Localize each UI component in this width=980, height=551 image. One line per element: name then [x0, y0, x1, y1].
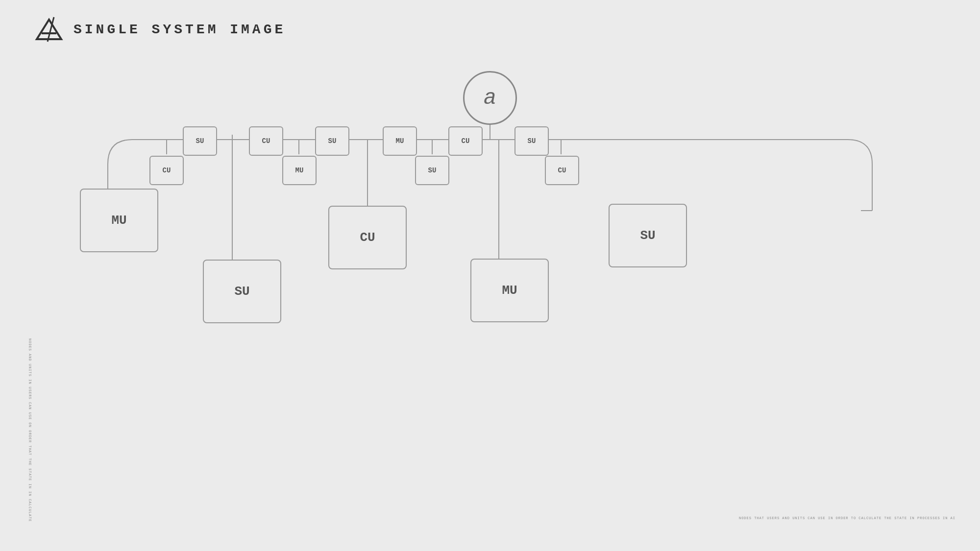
- node-label: CU: [462, 137, 470, 145]
- node-cu-right: CU: [448, 126, 483, 156]
- node-su-right2: SU: [415, 156, 449, 185]
- node-cu-center: CU: [328, 206, 407, 269]
- node-su-center-left: SU: [315, 126, 349, 156]
- logo: [24, 15, 64, 44]
- node-label: CU: [262, 137, 270, 145]
- node-label: CU: [360, 230, 375, 245]
- node-label: SU: [528, 137, 536, 145]
- node-label: SU: [428, 167, 437, 174]
- node-label: CU: [558, 167, 566, 174]
- root-node: a: [463, 71, 517, 125]
- node-cu-far-right: CU: [545, 156, 579, 185]
- node-label: MU: [295, 167, 304, 174]
- node-mu-left: MU: [80, 189, 158, 252]
- node-label: MU: [502, 283, 517, 298]
- node-label: SU: [234, 284, 249, 299]
- node-cu-left2: CU: [149, 156, 184, 185]
- node-label: SU: [640, 228, 655, 243]
- node-mu-right-sm: MU: [383, 126, 417, 156]
- node-label: SU: [328, 137, 337, 145]
- annotation-right: NODES THAT USERS AND UNITS CAN USE IN OR…: [739, 515, 956, 522]
- header: SINGLE SYSTEM IMAGE: [24, 15, 286, 44]
- node-label: MU: [396, 137, 404, 145]
- node-mu-bottom-right: MU: [470, 259, 549, 322]
- node-su-right-lg: SU: [609, 204, 687, 267]
- node-su-bottom-left: SU: [203, 260, 281, 323]
- node-cu-mid-left: CU: [249, 126, 283, 156]
- node-label: CU: [163, 167, 171, 174]
- page-title: SINGLE SYSTEM IMAGE: [74, 22, 286, 37]
- root-label: a: [484, 86, 496, 110]
- node-label: MU: [111, 213, 126, 228]
- annotation-left: NODES AND UNITS IN USERS CAN USE ON ORDE…: [27, 338, 32, 522]
- node-label: SU: [196, 137, 204, 145]
- node-mu-small: MU: [282, 156, 317, 185]
- node-su-left: SU: [183, 126, 217, 156]
- node-su-far-right-top: SU: [514, 126, 549, 156]
